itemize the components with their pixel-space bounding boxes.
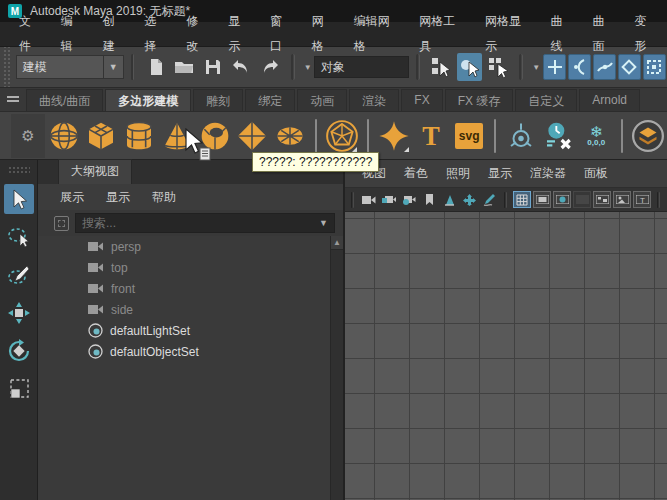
shelf-tab-arnold[interactable]: Arnold (579, 89, 640, 111)
outliner-menu-show[interactable]: 显示 (106, 189, 130, 206)
scale-tool-button[interactable] (4, 374, 34, 404)
bookmarks-button[interactable] (420, 191, 438, 208)
menu-curves[interactable]: 曲线 (542, 9, 584, 59)
film-gate-button[interactable] (533, 191, 551, 208)
menu-deform[interactable]: 变形 (625, 9, 667, 59)
new-scene-button[interactable] (143, 53, 167, 81)
menu-select[interactable]: 选择 (135, 9, 177, 59)
viewport-menu-lighting[interactable]: 照明 (437, 165, 479, 182)
grid-toggle-button[interactable] (513, 191, 531, 208)
outliner-item-defaultobjectset[interactable]: defaultObjectSet (38, 341, 343, 362)
select-camera-button[interactable] (360, 191, 378, 208)
toolbar-separator[interactable] (519, 54, 523, 80)
shelf-tab-fx[interactable]: FX (401, 89, 442, 111)
snap-to-plane-button[interactable] (618, 54, 641, 80)
snap-origin-button[interactable]: ❄ 0,0,0 (579, 118, 613, 154)
field-chart-button[interactable] (593, 191, 611, 208)
menu-create[interactable]: 创建 (94, 9, 136, 59)
menu-mesh[interactable]: 网格 (303, 9, 345, 59)
camera-attributes-button[interactable] (400, 191, 418, 208)
poly-text-button[interactable]: T (415, 118, 449, 154)
save-scene-button[interactable] (200, 53, 224, 81)
image-plane-button[interactable] (613, 191, 631, 208)
grease-pencil-button[interactable] (480, 191, 498, 208)
chevron-down-icon[interactable]: ▼ (104, 55, 124, 79)
chevron-down-icon[interactable]: ▼ (304, 63, 312, 72)
svg-tool-button[interactable]: svg (452, 118, 486, 154)
isolate-select-button[interactable] (460, 191, 478, 208)
select-hierarchy-mode-button[interactable] (429, 53, 453, 81)
toolbar-grip[interactable] (2, 47, 12, 87)
snap-to-view-plane-button[interactable] (643, 54, 666, 80)
toolbar-separator[interactable] (291, 54, 295, 80)
toolbar-separator[interactable] (131, 54, 135, 80)
poly-sphere-button[interactable] (47, 118, 81, 154)
select-tool-button[interactable] (4, 184, 34, 214)
toolbox-grip[interactable] (8, 166, 30, 174)
redo-button[interactable] (257, 53, 281, 81)
xray-button[interactable] (440, 191, 458, 208)
poly-disc-button[interactable] (273, 118, 307, 154)
shelf-tab-rendering[interactable]: 渲染 (349, 89, 399, 111)
chevron-down-icon[interactable]: ▼ (532, 63, 540, 72)
rotate-tool-button[interactable] (4, 336, 34, 366)
filter-icon[interactable] (54, 216, 69, 231)
snap-to-curve-button[interactable] (568, 54, 591, 80)
menu-set-value[interactable]: 建模 (16, 55, 104, 79)
menu-set-selector[interactable]: 建模 ▼ (16, 55, 124, 79)
menu-windows[interactable]: 窗口 (261, 9, 303, 59)
shelf-settings-button[interactable]: ⚙ (11, 114, 45, 158)
outliner-item-front[interactable]: front (38, 278, 343, 299)
poly-torus-button[interactable] (198, 118, 232, 154)
poly-cube-button[interactable] (85, 118, 119, 154)
menu-surfaces[interactable]: 曲面 (583, 9, 625, 59)
lasso-tool-button[interactable] (4, 222, 34, 252)
poly-plane-button[interactable] (236, 118, 270, 154)
shelf-tab-poly-modeling[interactable]: 多边形建模 (105, 89, 191, 111)
textured-display-button[interactable]: T (633, 191, 651, 208)
search-dropdown-icon[interactable]: ▼ (319, 218, 328, 228)
select-component-mode-button[interactable] (486, 53, 510, 81)
snap-to-point-button[interactable] (593, 54, 616, 80)
outliner-tab[interactable]: 大纲视图 (58, 159, 132, 184)
shelf-menu-button[interactable] (0, 87, 26, 111)
shelf-tab-animation[interactable]: 动画 (297, 89, 347, 111)
super-shape-button[interactable] (377, 118, 411, 154)
gate-mask-button[interactable] (573, 191, 591, 208)
search-box[interactable]: ▼ (75, 213, 335, 233)
viewport-menu-renderer[interactable]: 渲染器 (521, 165, 575, 182)
menu-mesh-tools[interactable]: 网格工具 (410, 9, 476, 59)
selection-mask-field[interactable]: 对象 (314, 56, 409, 78)
menu-file[interactable]: 文件 (10, 9, 52, 59)
poly-cylinder-button[interactable] (122, 118, 156, 154)
shelf-tab-sculpting[interactable]: 雕刻 (193, 89, 243, 111)
outliner-menu-help[interactable]: 帮助 (152, 189, 176, 206)
shelf-tab-custom[interactable]: 自定义 (515, 89, 577, 111)
menu-edit-mesh[interactable]: 编辑网格 (345, 9, 411, 59)
toolbar-separator[interactable] (416, 54, 420, 80)
open-scene-button[interactable] (172, 53, 196, 81)
outliner-item-defaultlightset[interactable]: defaultLightSet (38, 320, 343, 341)
undo-button[interactable] (229, 53, 253, 81)
outliner-item-side[interactable]: side (38, 299, 343, 320)
menu-display[interactable]: 显示 (219, 9, 261, 59)
menu-modify[interactable]: 修改 (177, 9, 219, 59)
outliner-menu-display[interactable]: 展示 (60, 189, 84, 206)
snap-to-grid-button[interactable] (543, 54, 566, 80)
viewport-grid[interactable] (345, 212, 667, 500)
outliner-item-top[interactable]: top (38, 257, 343, 278)
viewport-menu-show[interactable]: 显示 (479, 165, 521, 182)
shelf-tab-fx-caching[interactable]: FX 缓存 (445, 89, 514, 111)
move-tool-button[interactable] (4, 298, 34, 328)
menu-mesh-display[interactable]: 网格显示 (476, 9, 542, 59)
select-object-mode-button[interactable] (457, 53, 481, 81)
outliner-scrollbar[interactable]: ▲ (330, 236, 343, 500)
poly-cone-button[interactable] (160, 118, 194, 154)
outliner-item-persp[interactable]: persp (38, 236, 343, 257)
resolution-gate-button[interactable] (553, 191, 571, 208)
arnold-layers-button[interactable] (631, 118, 665, 154)
search-input[interactable] (82, 216, 319, 230)
lock-camera-button[interactable] (380, 191, 398, 208)
time-editor-button[interactable] (542, 118, 576, 154)
measure-tool-button[interactable] (504, 118, 538, 154)
